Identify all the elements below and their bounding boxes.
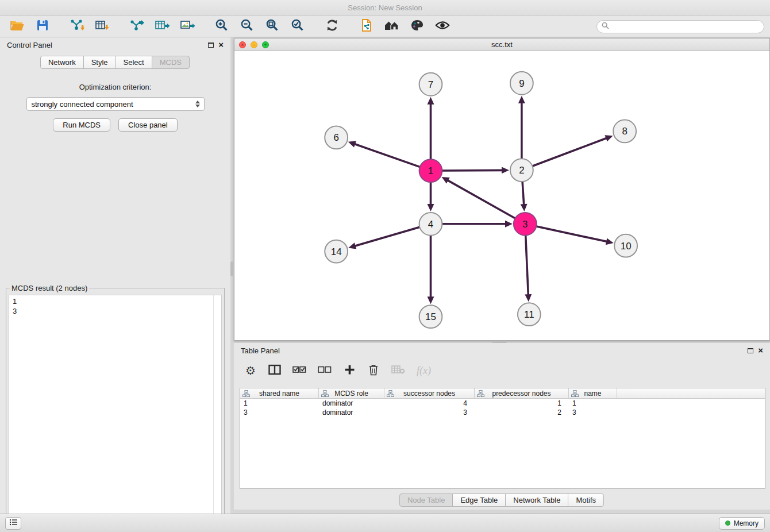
home-button[interactable] bbox=[380, 18, 403, 35]
float-table-panel-icon[interactable] bbox=[748, 348, 753, 353]
zoom-in-button[interactable] bbox=[210, 18, 233, 35]
export-table-button[interactable] bbox=[151, 18, 174, 35]
graph-edge-arrowhead bbox=[605, 135, 613, 141]
plus-icon bbox=[344, 364, 355, 377]
graph-edge-arrowhead bbox=[348, 141, 356, 147]
column-header-predecessor-nodes[interactable]: predecessor nodes bbox=[475, 388, 569, 398]
style-paint-button[interactable] bbox=[406, 18, 429, 35]
close-panel-button[interactable]: Close panel bbox=[118, 118, 178, 132]
graph-node-label: 1 bbox=[428, 165, 433, 176]
column-layout-button[interactable] bbox=[268, 363, 281, 378]
zoom-selected-button[interactable] bbox=[286, 18, 309, 35]
open-session-button[interactable] bbox=[6, 18, 29, 35]
float-panel-icon[interactable] bbox=[208, 43, 214, 48]
column-header-shared-name[interactable]: shared name bbox=[240, 388, 319, 398]
control-panel-header: Control Panel × bbox=[0, 37, 230, 52]
column-header-mcds-role[interactable]: MCDS role bbox=[319, 388, 384, 398]
table-cell: 3 bbox=[569, 408, 617, 417]
table-tab-network-table[interactable]: Network Table bbox=[505, 494, 568, 507]
grid-delete-icon bbox=[391, 364, 405, 377]
graph-node-label: 3 bbox=[522, 219, 528, 230]
network-graph: 7968124314101511 bbox=[234, 51, 769, 340]
status-menu-button[interactable] bbox=[5, 517, 21, 530]
table-tab-edge-table[interactable]: Edge Table bbox=[452, 494, 506, 507]
table-options-button[interactable]: ⚙ bbox=[244, 363, 257, 378]
optimization-select[interactable]: strongly connected component bbox=[26, 97, 205, 111]
optimization-label: Optimization criterion: bbox=[0, 83, 230, 91]
column-header-name[interactable]: name bbox=[569, 388, 617, 398]
network-window: × − + scc.txt 7968124314101511 bbox=[234, 38, 770, 341]
result-scrollbar-track[interactable] bbox=[213, 295, 221, 532]
column-header-successor-nodes[interactable]: successor nodes bbox=[384, 388, 475, 398]
network-document-button[interactable] bbox=[355, 18, 378, 35]
app-window: Session: New Session Control Panel × Net… bbox=[0, 0, 770, 532]
tab-mcds[interactable]: MCDS bbox=[152, 56, 190, 69]
select-all-rows-button[interactable] bbox=[292, 363, 306, 378]
close-table-panel-icon[interactable]: × bbox=[758, 348, 763, 353]
mcds-result-box[interactable]: 13 bbox=[9, 295, 222, 532]
table-tab-motifs[interactable]: Motifs bbox=[568, 494, 604, 507]
tree-icon bbox=[477, 390, 484, 399]
network-canvas[interactable]: 7968124314101511 bbox=[234, 51, 769, 340]
tree-icon bbox=[321, 390, 329, 399]
table-cell: 1 bbox=[475, 399, 569, 408]
zoom-in-icon bbox=[215, 18, 229, 34]
control-panel-title: Control Panel bbox=[7, 41, 52, 49]
search-icon bbox=[602, 21, 609, 32]
table-panel: Table Panel × ⚙f(x) shared nameMCDS role… bbox=[234, 343, 770, 510]
graph-edge-2-8[interactable] bbox=[532, 137, 609, 166]
close-panel-icon[interactable]: × bbox=[218, 42, 224, 48]
control-panel: Control Panel × NetworkStyleSelectMCDS O… bbox=[0, 37, 230, 514]
tab-network[interactable]: Network bbox=[40, 56, 84, 69]
vertical-splitter-handle[interactable] bbox=[230, 261, 233, 276]
control-panel-tabs: NetworkStyleSelectMCDS bbox=[0, 56, 230, 69]
refresh-view-button[interactable] bbox=[321, 18, 344, 35]
memory-status-icon bbox=[725, 521, 730, 526]
memory-button[interactable]: Memory bbox=[719, 517, 765, 530]
tab-style[interactable]: Style bbox=[83, 56, 116, 69]
mcds-result-line: 3 bbox=[13, 306, 218, 316]
houses-icon bbox=[384, 19, 400, 34]
graph-edge-4-14[interactable] bbox=[353, 227, 420, 246]
export-network-icon bbox=[129, 19, 144, 34]
run-mcds-button[interactable]: Run MCDS bbox=[53, 118, 110, 132]
zoom-window-icon[interactable]: + bbox=[262, 41, 269, 48]
add-column-button[interactable] bbox=[343, 363, 356, 378]
export-table-icon bbox=[155, 19, 170, 34]
tab-select[interactable]: Select bbox=[116, 56, 152, 69]
table-cell: 4 bbox=[384, 399, 475, 408]
graph-node-label: 8 bbox=[622, 126, 627, 137]
graph-edge-3-1[interactable] bbox=[446, 179, 516, 219]
graph-edge-1-6[interactable] bbox=[352, 143, 420, 167]
zoom-out-button[interactable] bbox=[236, 18, 259, 35]
table-cell: 2 bbox=[475, 408, 569, 417]
import-network-button[interactable] bbox=[66, 18, 88, 35]
graph-edge-arrowhead bbox=[606, 238, 614, 245]
graph-edge-1-2[interactable] bbox=[441, 170, 505, 171]
zoom-out-icon bbox=[240, 18, 254, 34]
table-cell: dominator bbox=[319, 408, 384, 417]
search-box[interactable] bbox=[596, 20, 764, 33]
search-input[interactable] bbox=[612, 22, 759, 30]
table-tab-node-table[interactable]: Node Table bbox=[399, 494, 453, 507]
delete-table-button bbox=[391, 363, 405, 378]
minimize-window-icon[interactable]: − bbox=[251, 41, 257, 48]
graph-edge-3-10[interactable] bbox=[536, 226, 609, 242]
mcds-result-title: MCDS result (2 nodes) bbox=[10, 284, 89, 292]
close-window-icon[interactable]: × bbox=[239, 41, 246, 48]
table-row[interactable]: 1dominator411 bbox=[240, 399, 765, 408]
save-session-button[interactable] bbox=[31, 18, 54, 35]
table-row[interactable]: 3dominator323 bbox=[240, 408, 765, 417]
delete-column-button[interactable] bbox=[367, 363, 380, 378]
zoom-fit-button[interactable] bbox=[261, 18, 284, 35]
graph-edge-2-3[interactable] bbox=[522, 181, 524, 207]
optimization-value: strongly connected component bbox=[32, 100, 133, 109]
import-table-button[interactable] bbox=[91, 18, 114, 35]
graph-edge-3-11[interactable] bbox=[526, 235, 529, 298]
deselect-all-rows-button[interactable] bbox=[318, 363, 332, 378]
table-body: 1dominator4113dominator323 bbox=[240, 399, 765, 417]
show-graphics-button[interactable] bbox=[431, 18, 454, 35]
export-image-button[interactable] bbox=[176, 18, 199, 35]
import-network-icon bbox=[70, 19, 84, 34]
export-network-button[interactable] bbox=[125, 18, 148, 35]
